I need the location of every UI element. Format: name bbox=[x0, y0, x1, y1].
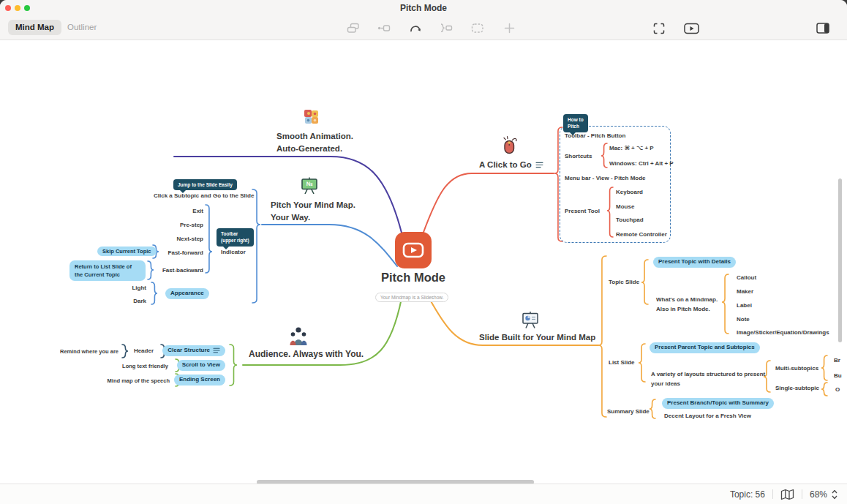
topic-count: Topic: 56 bbox=[730, 489, 765, 500]
undo-icon bbox=[409, 23, 422, 34]
topic-menu-bar-view[interactable]: Menu bar - View - Pitch Mode bbox=[565, 175, 646, 181]
fullscreen-button[interactable] bbox=[649, 18, 669, 38]
topic-mind-map-of-speech[interactable]: Mind map of the speech bbox=[108, 377, 170, 384]
statusbar: Topic: 56 68% bbox=[0, 484, 847, 504]
topic-multi-child-2[interactable]: Bu bbox=[834, 372, 842, 379]
topic-indicator[interactable]: Indicator bbox=[221, 249, 246, 255]
tab-outliner[interactable]: Outliner bbox=[60, 20, 104, 35]
callout-toolbar-upper-right[interactable]: Toolbar (upper right) bbox=[217, 228, 254, 247]
topic-pre-step[interactable]: Pre-step bbox=[180, 222, 203, 228]
undo-button[interactable] bbox=[405, 18, 426, 38]
topic-topic-slide[interactable]: Topic Slide bbox=[609, 279, 639, 285]
topic-decent-layout[interactable]: Decent Layout for a Fresh View bbox=[664, 413, 751, 419]
topic-shortcut-windows[interactable]: Windows: Ctrl + Alt + P bbox=[609, 160, 674, 167]
topic-slide-built[interactable]: Slide Built for Your Mind Map bbox=[479, 331, 595, 344]
window-title: Pitch Mode bbox=[0, 3, 847, 13]
central-play-icon[interactable] bbox=[394, 231, 432, 269]
tab-mind-map[interactable]: Mind Map bbox=[8, 20, 61, 35]
topic-appearance[interactable]: Appearance bbox=[165, 288, 209, 299]
topic-next-step[interactable]: Next-step bbox=[177, 236, 203, 242]
topic-light[interactable]: Light bbox=[132, 285, 146, 291]
fullscreen-icon bbox=[653, 23, 665, 34]
topic-variety-of-layouts[interactable]: A variety of layouts structured to prese… bbox=[651, 369, 765, 388]
toolbar: Mind Map Outliner bbox=[0, 16, 847, 40]
topic-present-parent-topic[interactable]: Present Parent Topic and Subtopics bbox=[650, 342, 760, 353]
topic-present-topic-with-details[interactable]: Present Topic with Details bbox=[653, 257, 736, 268]
notes-icon bbox=[535, 162, 543, 168]
topic-exit[interactable]: Exit bbox=[192, 208, 203, 214]
mindmap-canvas[interactable]: Pitch Mode Your Mindmap is a Slideshow. … bbox=[0, 41, 847, 484]
topic-single-child-1[interactable]: O bbox=[835, 386, 840, 393]
topic-smooth-animation[interactable]: Smooth Animation. Auto-Generated. bbox=[276, 130, 353, 155]
puzzle-sticker[interactable] bbox=[303, 108, 320, 126]
format-panel-button[interactable] bbox=[813, 18, 833, 38]
topic-touchpad[interactable]: Touchpad bbox=[616, 217, 644, 223]
subtopic-button[interactable] bbox=[374, 18, 394, 38]
topic-dark[interactable]: Dark bbox=[133, 298, 146, 304]
summary-button[interactable] bbox=[436, 18, 456, 38]
topic-shortcut-mac[interactable]: Mac: ⌘ + ⌥ + P bbox=[609, 145, 654, 151]
topic-keyboard[interactable]: Keyboard bbox=[616, 189, 643, 195]
topic-mouse[interactable]: Mouse bbox=[616, 203, 634, 210]
label-return-to-list-slide[interactable]: Return to List Slide of the Current Topi… bbox=[69, 260, 146, 281]
topic-clear-structure[interactable]: Clear Structure bbox=[162, 345, 225, 356]
topic-remind-where-you-are[interactable]: Remind where you are bbox=[60, 348, 118, 355]
zoom-stepper-icon[interactable] bbox=[831, 489, 838, 500]
callout-how-to-pitch[interactable]: How to Pitch bbox=[563, 114, 588, 132]
central-topic[interactable]: Pitch Mode bbox=[365, 271, 462, 285]
topic-click-a-subtopic[interactable]: Click a Subtopic and Go to the Slide bbox=[154, 192, 254, 199]
boundary-button[interactable] bbox=[467, 18, 488, 38]
mouse-sticker[interactable] bbox=[500, 135, 519, 156]
svg-text:№: № bbox=[306, 181, 313, 187]
topic-maker[interactable]: Maker bbox=[737, 288, 753, 295]
app-window: Pitch Mode Mind Map Outliner bbox=[0, 0, 847, 504]
how-to-pitch-boundary[interactable] bbox=[560, 126, 671, 243]
topic-single-subtopic[interactable]: Single-subtopic bbox=[775, 385, 819, 391]
boundary-icon bbox=[471, 23, 484, 34]
titlebar: Pitch Mode bbox=[0, 0, 847, 16]
subtopic-icon bbox=[377, 23, 391, 34]
topic-note[interactable]: Note bbox=[737, 316, 750, 323]
topic-header[interactable]: Header bbox=[134, 347, 154, 354]
vertical-scrollbar-thumb[interactable] bbox=[838, 178, 842, 342]
blackboard-sticker[interactable]: № bbox=[300, 176, 319, 195]
central-topic-label[interactable]: Your Mindmap is a Slideshow. bbox=[375, 293, 448, 302]
topic-image-sticker-equation[interactable]: Image/Sticker/Equation/Drawings bbox=[737, 329, 829, 336]
label-skip-current-topic[interactable]: Skip Current Topic bbox=[97, 247, 157, 256]
statusbar-divider bbox=[802, 489, 802, 499]
topic-fast-forward[interactable]: Fast-forward bbox=[168, 249, 203, 256]
topic-label[interactable]: Label bbox=[737, 302, 752, 309]
topic-callout[interactable]: Callout bbox=[737, 274, 756, 281]
topic-audience[interactable]: Audience. Always with You. bbox=[249, 348, 364, 361]
pitch-play-icon bbox=[684, 23, 699, 34]
zoom-level: 68% bbox=[810, 489, 827, 500]
sibling-topic-button[interactable] bbox=[343, 18, 364, 38]
topic-present-tool[interactable]: Present Tool bbox=[565, 208, 600, 214]
notes-icon bbox=[213, 347, 220, 353]
topic-toolbar-pitch-button[interactable]: Toolbar - Pitch Button bbox=[565, 132, 625, 139]
callout-jump-to-slide[interactable]: Jump to the Slide Easily bbox=[173, 179, 237, 190]
statusbar-divider bbox=[772, 489, 773, 499]
topic-pitch-your-way[interactable]: Pitch Your Mind Map. Your Way. bbox=[271, 199, 355, 224]
topic-a-click-to-go[interactable]: A Click to Go bbox=[479, 159, 543, 171]
topic-multi-child-1[interactable]: Br bbox=[834, 357, 840, 364]
open-map-icon[interactable] bbox=[780, 489, 794, 500]
plus-icon bbox=[504, 23, 515, 34]
topic-fast-backward[interactable]: Fast-backward bbox=[162, 267, 203, 274]
topic-remote-controller[interactable]: Remote Controller bbox=[616, 231, 667, 238]
topic-present-branch-summary[interactable]: Present Branch/Topic with Summary bbox=[662, 398, 774, 409]
topic-ending-screen[interactable]: Ending Screen bbox=[174, 375, 225, 385]
topic-long-text-friendly[interactable]: Long text friendly bbox=[122, 363, 168, 369]
topic-multi-subtopics[interactable]: Multi-subtopics bbox=[775, 365, 818, 372]
presentation-easel-sticker[interactable] bbox=[521, 310, 540, 329]
topic-summary-slide[interactable]: Summary Slide bbox=[607, 408, 650, 415]
sibling-topic-icon bbox=[347, 23, 360, 34]
topic-shortcuts[interactable]: Shortcuts bbox=[565, 153, 592, 159]
pitch-mode-button[interactable] bbox=[681, 18, 701, 38]
people-sticker[interactable] bbox=[288, 326, 309, 345]
panel-icon bbox=[816, 23, 829, 34]
insert-button[interactable] bbox=[499, 18, 519, 38]
topic-whats-on-a-mindmap[interactable]: What's on a Mindmap. Also in Pitch Mode. bbox=[656, 295, 718, 314]
topic-scroll-to-view[interactable]: Scroll to View bbox=[177, 360, 225, 371]
topic-list-slide[interactable]: List Slide bbox=[609, 359, 635, 366]
